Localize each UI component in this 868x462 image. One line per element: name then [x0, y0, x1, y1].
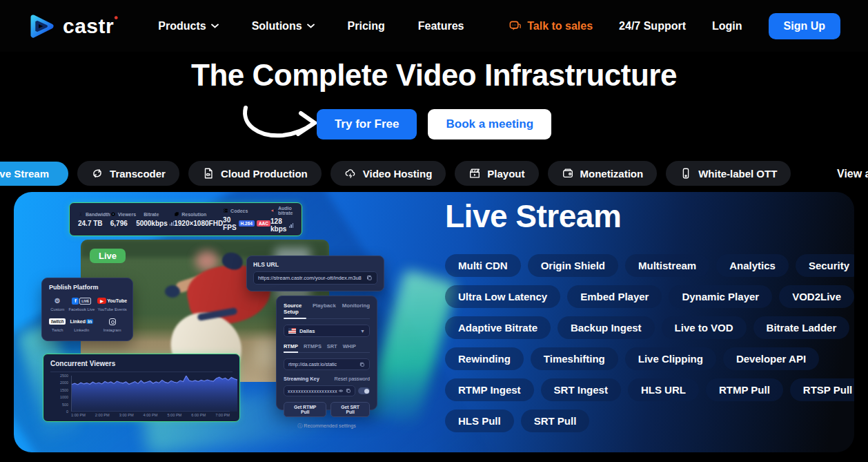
protocol-tab-rtmps[interactable]: RTMPS: [304, 343, 322, 349]
feature-pill-backup-ingest[interactable]: Backup Ingest: [558, 316, 655, 339]
streaming-key-label: Streaming Key: [284, 376, 319, 382]
feature-pill-srt-ingest[interactable]: SRT Ingest: [541, 378, 621, 401]
stat-label: Resolution: [174, 211, 223, 218]
feature-pill-rewinding[interactable]: Rewinding: [445, 347, 524, 370]
protocol-tab-rtmp[interactable]: RTMP: [284, 343, 298, 349]
nav-link-solutions[interactable]: Solutions: [252, 20, 315, 32]
transcoder-icon: [91, 167, 103, 180]
copy-icon[interactable]: [346, 388, 351, 394]
tab-live-stream[interactable]: Live Stream: [0, 162, 68, 186]
linkedin-icon: Linkedin: [70, 317, 93, 326]
platform-label: LinkedIn: [74, 328, 89, 332]
ingest-url-input[interactable]: rtmp://da.castr.io/static: [284, 358, 370, 370]
castr-logo[interactable]: castr•: [28, 12, 118, 41]
view-all-link[interactable]: View all: [837, 168, 868, 180]
streaming-key-line: xxxxxxxxxxxxxxxxxxx: [284, 385, 370, 396]
get-srt-pull-button[interactable]: Get SRT Pull: [331, 402, 370, 417]
stat-label: Audio bitrate: [270, 206, 293, 215]
source-setup-tabs: Source SetupPlaybackMonitoring: [284, 302, 370, 319]
source-tab-source-setup[interactable]: Source Setup: [284, 302, 306, 315]
tab-playout[interactable]: Playout: [455, 161, 538, 186]
feature-pill-hls-pull[interactable]: HLS Pull: [445, 410, 514, 432]
tab-label: Video Hosting: [363, 168, 433, 180]
hls-url-input[interactable]: https://stream.castr.com/your-ott/index.…: [253, 271, 377, 285]
feature-pill-embed-player[interactable]: Embed Player: [567, 285, 662, 308]
login-link[interactable]: Login: [712, 20, 742, 32]
twitch-icon: twitch: [49, 317, 66, 326]
section-heading: Live Stream: [445, 198, 842, 235]
chevron-down-icon: [211, 23, 219, 28]
feature-pill-live-clipping[interactable]: Live Clipping: [625, 347, 716, 370]
hls-url-value: https://stream.castr.com/your-ott/index.…: [258, 275, 362, 281]
feature-pill-rtmp-ingest[interactable]: RTMP Ingest: [445, 378, 534, 401]
feature-pill-srt-pull[interactable]: SRT Pull: [521, 410, 590, 432]
recommended-settings-hint[interactable]: ⓘ Recommended settings: [284, 423, 370, 430]
support-link[interactable]: 24/7 Support: [619, 20, 686, 32]
region-select[interactable]: Dallas ▼: [284, 325, 370, 337]
copy-icon[interactable]: [366, 275, 373, 281]
stat-label: Codecs: [223, 208, 270, 214]
feature-pill-bitrate-ladder[interactable]: Bitrate Ladder: [753, 316, 850, 339]
book-a-meeting-button[interactable]: Book a meeting: [428, 109, 551, 139]
x-axis-tick: 7:00 PM: [215, 413, 230, 417]
feature-pill-live-to-vod[interactable]: Live to VOD: [662, 316, 747, 339]
nav-link-features[interactable]: Features: [418, 20, 464, 32]
streaming-key-value: xxxxxxxxxxxxxxxxxxx: [288, 389, 337, 394]
tab-transcoder[interactable]: Transcoder: [77, 161, 179, 186]
tab-monetization[interactable]: Monetization: [548, 161, 658, 186]
stream-stats-bar: Bandwidth24.7 TBViewers6,796Bitrate5000k…: [69, 202, 302, 236]
protocol-tab-whip[interactable]: WHIP: [343, 343, 356, 349]
feature-pill-developer-api[interactable]: Developer API: [723, 347, 819, 370]
x-axis-tick: 1:00 PM: [71, 413, 86, 417]
eye-icon[interactable]: [338, 388, 344, 394]
feature-pill-analytics[interactable]: Analytics: [716, 254, 789, 277]
get-rtmp-pull-button[interactable]: Get RTMP Pull: [284, 402, 326, 417]
us-flag-icon: [288, 328, 296, 334]
speaker-icon: [270, 208, 276, 214]
feature-pill-adaptive-bitrate[interactable]: Adaptive Bitrate: [445, 316, 551, 339]
try-for-free-button[interactable]: Try for Free: [317, 109, 417, 139]
y-axis-tick: 1000: [53, 395, 68, 399]
facebook-icon: fLIVE: [72, 296, 91, 305]
publish-platform-youtube-events[interactable]: ▶YouTubeYouTube Events: [97, 296, 127, 311]
tab-label: Transcoder: [110, 168, 166, 180]
publish-platform-twitch[interactable]: twitchTwitch: [49, 317, 66, 332]
protocol-tab-srt[interactable]: SRT: [327, 343, 337, 349]
reset-password-link[interactable]: Reset password: [334, 376, 370, 382]
stat-viewers: Viewers6,796: [110, 211, 136, 227]
feature-pill-timeshifting[interactable]: Timeshifting: [531, 347, 618, 370]
source-tab-monitoring[interactable]: Monitoring: [342, 302, 370, 315]
copy-icon[interactable]: [359, 362, 365, 367]
source-tab-playback[interactable]: Playback: [313, 302, 336, 315]
feature-pill-rtmp-pull[interactable]: RTMP Pull: [706, 378, 783, 401]
tab-video-hosting[interactable]: Video Hosting: [331, 161, 446, 186]
cloud-icon: [344, 167, 357, 180]
publish-platform-linkedin[interactable]: LinkedinLinkedIn: [68, 317, 95, 332]
x-axis-tick: 6:00 PM: [191, 413, 206, 417]
pill-row: RewindingTimeshiftingLive ClippingDevelo…: [445, 347, 842, 370]
concurrent-viewers-card: Concurrent Viewers 25002000150010005000 …: [43, 354, 240, 422]
wallet-icon: [562, 167, 574, 180]
tab-white-label-ott[interactable]: White-label OTT: [666, 161, 791, 186]
publish-platform-facebook-live[interactable]: fLIVEFacebook Live: [68, 296, 95, 311]
feature-pill-security[interactable]: Security: [796, 254, 854, 277]
feature-pill-multi-cdn[interactable]: Multi CDN: [445, 254, 521, 277]
key-visibility-toggle[interactable]: [358, 387, 370, 394]
feature-pill-origin-shield[interactable]: Origin Shield: [528, 254, 618, 277]
publish-platform-custom[interactable]: ⚙Custom: [49, 296, 66, 311]
talk-to-sales-link[interactable]: Talk to sales: [509, 19, 593, 32]
feature-pill-hls-url[interactable]: HLS URL: [628, 378, 699, 401]
nav-link-products[interactable]: Products: [158, 20, 218, 32]
feature-pill-ultra-low-latency[interactable]: Ultra Low Latency: [445, 285, 560, 308]
feature-pills: Multi CDNOrigin ShieldMultistreamAnalyti…: [445, 254, 842, 432]
feature-pill-multistream[interactable]: Multistream: [625, 254, 709, 277]
feature-pill-dynamic-player[interactable]: Dynamic Player: [669, 285, 772, 308]
feature-pill-rtsp-pull[interactable]: RTSP Pull: [790, 378, 854, 401]
tab-cloud-production[interactable]: Cloud Production: [188, 161, 322, 186]
signup-button[interactable]: Sign Up: [769, 13, 840, 39]
publish-platform-instagram[interactable]: Instagram: [97, 317, 127, 332]
nav-link-pricing[interactable]: Pricing: [348, 20, 385, 32]
streaming-key-input[interactable]: xxxxxxxxxxxxxxxxxxx: [284, 385, 355, 396]
stat-label: Viewers: [110, 211, 136, 218]
feature-pill-vod2live[interactable]: VOD2Live: [779, 285, 854, 308]
